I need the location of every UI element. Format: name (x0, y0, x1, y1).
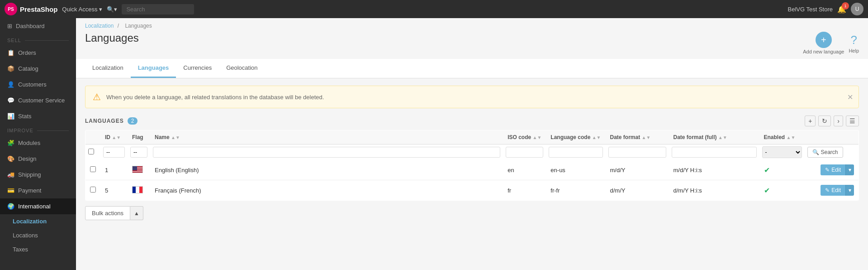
refresh-button[interactable]: ↻ (818, 116, 831, 126)
filter-lang-input[interactable] (549, 147, 602, 158)
filter-id-input[interactable] (103, 147, 125, 158)
row-lang-code: fr-fr (546, 180, 605, 201)
row-checkbox[interactable] (90, 166, 96, 172)
filter-date-full-input[interactable] (672, 147, 757, 158)
payment-icon: 💳 (7, 187, 14, 194)
sidebar-item-design[interactable]: 🎨 Design (0, 151, 76, 167)
edit-pencil-icon: ✎ (825, 167, 830, 173)
sidebar-item-catalog[interactable]: 📦 Catalog (0, 61, 76, 77)
dashboard-icon: ⊞ (7, 23, 12, 29)
content-area: Localization / Languages Languages + Add… (76, 18, 868, 270)
edit-dropdown-button[interactable]: ▾ (845, 185, 854, 196)
filter-name-input[interactable] (153, 147, 500, 158)
sidebar-item-international[interactable]: 🌍 International (0, 198, 76, 214)
sidebar: ⊞ Dashboard SELL 📋 Orders 📦 Catalog 👤 Cu… (0, 18, 76, 270)
sidebar-item-shipping[interactable]: 🚚 Shipping (0, 167, 76, 183)
col-header-date-format-full[interactable]: Date format (full) ▲▼ (669, 130, 759, 145)
search-icon: 🔍 (812, 149, 819, 155)
avatar[interactable]: U (851, 3, 863, 15)
quick-access-button[interactable]: Quick Access ▾ (62, 6, 102, 13)
datefmt-full-sort-icon: ▲▼ (718, 135, 727, 140)
tab-languages[interactable]: Languages (131, 59, 176, 78)
international-icon: 🌍 (7, 203, 14, 210)
quick-access-chevron-icon: ▾ (99, 6, 102, 13)
next-page-button[interactable]: › (834, 116, 843, 126)
page-title-row: Languages + Add new language ? Help (85, 32, 859, 59)
sidebar-item-modules[interactable]: 🧩 Modules (0, 135, 76, 151)
columns-button[interactable]: ☰ (846, 116, 859, 126)
table-section-title: LANGUAGES (85, 118, 124, 124)
filter-row: - Yes No 🔍 Search (85, 145, 859, 160)
sidebar-item-dashboard[interactable]: ⊞ Dashboard (0, 18, 76, 34)
bulk-actions-dropdown[interactable]: ▲ (130, 206, 143, 220)
sidebar-item-payment[interactable]: 💳 Payment (0, 183, 76, 198)
tab-localization[interactable]: Localization (85, 59, 131, 78)
table-row: 1 English (English) en en-us m/d/Y m/d/Y… (85, 160, 859, 180)
catalog-icon: 📦 (7, 65, 14, 72)
flag-us-icon (132, 166, 143, 173)
help-icon: ? (850, 33, 857, 47)
filter-iso-input[interactable] (506, 147, 543, 158)
sidebar-sub-item-locations[interactable]: Locations (0, 228, 76, 242)
col-header-flag: Flag (128, 130, 150, 145)
row-date-format: d/m/Y (606, 180, 669, 201)
filter-name-cell (150, 145, 503, 160)
filter-date-full-cell (669, 145, 759, 160)
row-name: English (English) (150, 160, 503, 180)
tabs-bar: Localization Languages Currencies Geoloc… (76, 59, 868, 78)
enabled-check-icon: ✔ (764, 187, 770, 194)
logo-icon: PS (5, 3, 17, 15)
col-header-date-format[interactable]: Date format ▲▼ (606, 130, 669, 145)
sidebar-item-customer-service[interactable]: 💬 Customer Service (0, 92, 76, 108)
col-header-iso[interactable]: ISO code ▲▼ (503, 130, 546, 145)
sidebar-sub-item-taxes[interactable]: Taxes (0, 242, 76, 256)
col-header-enabled[interactable]: Enabled ▲▼ (759, 130, 805, 145)
col-header-checkbox (85, 130, 101, 145)
add-row-button[interactable]: + (805, 116, 816, 126)
search-icon-button[interactable]: 🔍▾ (107, 6, 117, 13)
row-enabled: ✔ (759, 180, 805, 201)
tab-geolocation[interactable]: Geolocation (219, 59, 265, 78)
filter-date-input[interactable] (608, 147, 666, 158)
sidebar-item-orders[interactable]: 📋 Orders (0, 45, 76, 61)
filter-date-cell (606, 145, 669, 160)
page-actions: + Add new language ? Help (803, 32, 859, 54)
notification-bell[interactable]: 🔔 1 (837, 5, 846, 14)
top-nav-left: PS PrestaShop Quick Access ▾ 🔍▾ (5, 3, 194, 15)
filter-flag-input[interactable] (130, 147, 147, 158)
top-nav-right: BelVG Test Store 🔔 1 U (788, 3, 863, 15)
avatar-initials: U (855, 6, 859, 12)
sidebar-item-customers[interactable]: 👤 Customers (0, 77, 76, 92)
edit-button[interactable]: ✎ Edit (821, 185, 845, 196)
col-header-name[interactable]: Name ▲▼ (150, 130, 503, 145)
row-name: Français (French) (150, 180, 503, 201)
global-search-input[interactable] (122, 4, 194, 14)
shipping-icon: 🚚 (7, 171, 14, 178)
sidebar-item-stats[interactable]: 📊 Stats (0, 108, 76, 124)
row-checkbox[interactable] (90, 187, 96, 193)
logo[interactable]: PS PrestaShop (5, 3, 57, 15)
row-actions: ✎ Edit ▾ (805, 160, 859, 180)
col-header-actions (805, 130, 859, 145)
select-all-checkbox[interactable] (88, 149, 94, 154)
alert-close-button[interactable]: ✕ (847, 93, 853, 101)
bulk-actions-button[interactable]: Bulk actions (85, 206, 130, 220)
edit-dropdown-button[interactable]: ▾ (845, 164, 854, 175)
languages-table-body: 1 English (English) en en-us m/d/Y m/d/Y… (85, 160, 859, 201)
main-layout: ⊞ Dashboard SELL 📋 Orders 📦 Catalog 👤 Cu… (0, 18, 868, 270)
add-new-language-button[interactable]: + (816, 32, 832, 48)
filter-enabled-select[interactable]: - Yes No (762, 146, 802, 158)
sidebar-sub-item-localization[interactable]: Localization (0, 214, 76, 228)
tab-currencies[interactable]: Currencies (176, 59, 219, 78)
col-header-lang-code[interactable]: Language code ▲▼ (546, 130, 605, 145)
col-header-id[interactable]: ID ▲▼ (100, 130, 128, 145)
lang-sort-icon: ▲▼ (592, 135, 601, 140)
table-header-row-el: ID ▲▼ Flag Name ▲▼ ISO code ▲▼ (85, 130, 859, 145)
customer-service-icon: 💬 (7, 97, 14, 104)
sidebar-sell-section: SELL (0, 34, 76, 45)
help-button[interactable]: ? (850, 33, 857, 47)
filter-search-button[interactable]: 🔍 Search (807, 147, 843, 158)
id-sort-icon: ▲▼ (112, 135, 121, 140)
edit-button[interactable]: ✎ Edit (821, 164, 845, 175)
breadcrumb-parent[interactable]: Localization (85, 23, 114, 29)
